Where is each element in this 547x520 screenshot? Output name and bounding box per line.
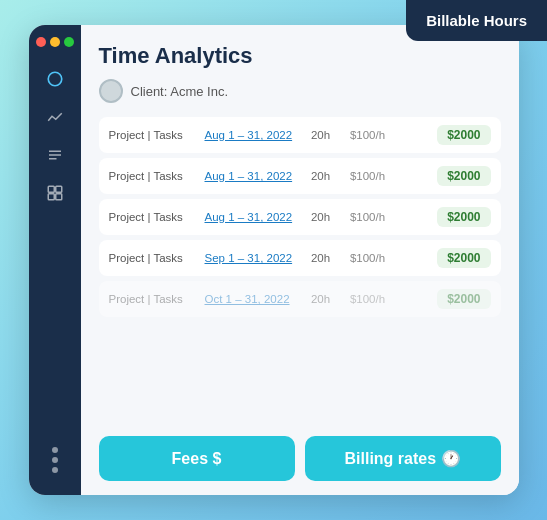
svg-rect-6 [48, 194, 54, 200]
row-date: Aug 1 – 31, 2022 [205, 129, 300, 141]
svg-rect-4 [48, 186, 54, 192]
client-row: Client: Acme Inc. [99, 79, 501, 103]
table-row[interactable]: Project | Tasks Aug 1 – 31, 2022 20h $10… [99, 158, 501, 194]
svg-rect-7 [55, 194, 61, 200]
row-amount: $2000 [437, 166, 490, 186]
row-date: Sep 1 – 31, 2022 [205, 252, 300, 264]
row-rate: $100/h [342, 129, 394, 141]
sidebar-dots [52, 447, 58, 473]
billable-hours-badge: Billable Hours [406, 0, 547, 41]
row-amount: $2000 [437, 248, 490, 268]
row-project: Project | Tasks [109, 129, 199, 141]
sidebar-item-grid[interactable] [41, 179, 69, 207]
client-avatar [99, 79, 123, 103]
window-controls [36, 37, 74, 47]
row-project: Project | Tasks [109, 293, 199, 305]
row-hours: 20h [306, 211, 336, 223]
sidebar-item-home[interactable] [41, 65, 69, 93]
row-hours: 20h [306, 293, 336, 305]
row-date: Aug 1 – 31, 2022 [205, 211, 300, 223]
sidebar [29, 25, 81, 495]
sidebar-dot-2 [52, 457, 58, 463]
dot-yellow[interactable] [50, 37, 60, 47]
table-row[interactable]: Project | Tasks Aug 1 – 31, 2022 20h $10… [99, 199, 501, 235]
row-project: Project | Tasks [109, 211, 199, 223]
row-project: Project | Tasks [109, 170, 199, 182]
sidebar-dot-3 [52, 467, 58, 473]
client-label: Client: Acme Inc. [131, 84, 229, 99]
row-hours: 20h [306, 170, 336, 182]
row-rate: $100/h [342, 252, 394, 264]
row-date: Oct 1 – 31, 2022 [205, 293, 300, 305]
app-window: Time Analytics Client: Acme Inc. Project… [29, 25, 519, 495]
row-date: Aug 1 – 31, 2022 [205, 170, 300, 182]
row-rate: $100/h [342, 170, 394, 182]
sidebar-item-list[interactable] [41, 141, 69, 169]
table-container: Project | Tasks Aug 1 – 31, 2022 20h $10… [99, 117, 501, 424]
page-title: Time Analytics [99, 43, 501, 69]
row-amount: $2000 [437, 125, 490, 145]
row-amount: $2000 [437, 289, 490, 309]
table-row[interactable]: Project | Tasks Sep 1 – 31, 2022 20h $10… [99, 240, 501, 276]
row-amount: $2000 [437, 207, 490, 227]
table-row[interactable]: Project | Tasks Oct 1 – 31, 2022 20h $10… [99, 281, 501, 317]
row-hours: 20h [306, 252, 336, 264]
billing-rates-button[interactable]: Billing rates 🕐 [305, 436, 501, 481]
svg-rect-5 [55, 186, 61, 192]
sidebar-item-analytics[interactable] [41, 103, 69, 131]
row-project: Project | Tasks [109, 252, 199, 264]
bottom-buttons: Fees $ Billing rates 🕐 [99, 436, 501, 481]
dot-green[interactable] [64, 37, 74, 47]
sidebar-dot-1 [52, 447, 58, 453]
dot-red[interactable] [36, 37, 46, 47]
row-rate: $100/h [342, 293, 394, 305]
table-row[interactable]: Project | Tasks Aug 1 – 31, 2022 20h $10… [99, 117, 501, 153]
svg-point-0 [48, 72, 62, 86]
fees-button[interactable]: Fees $ [99, 436, 295, 481]
row-hours: 20h [306, 129, 336, 141]
row-rate: $100/h [342, 211, 394, 223]
main-content: Time Analytics Client: Acme Inc. Project… [81, 25, 519, 495]
